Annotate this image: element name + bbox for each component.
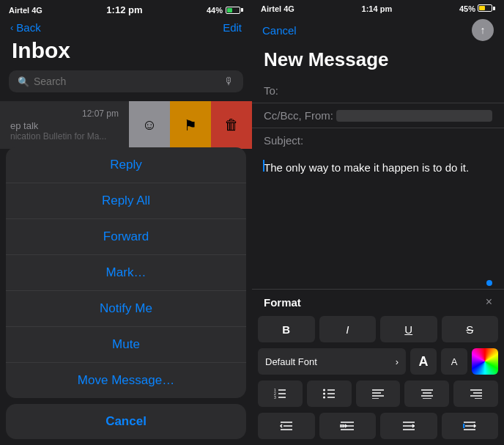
color-wheel-button[interactable] [472,348,498,375]
time-right: 1:14 pm [362,4,393,13]
to-label: To: [264,84,293,97]
compose-body[interactable]: The only way to make it happen is to do … [252,152,504,289]
email-row[interactable]: 12:07 pm ep talk nication Bulletin for M… [0,101,252,149]
action-forward[interactable]: Forward [6,219,246,255]
font-select-button[interactable]: Default Font › [258,348,406,375]
quote-decrease-button[interactable] [380,413,437,439]
format-header: Format × [252,290,504,313]
to-field[interactable]: To: [252,78,504,103]
battery-pct-left: 44% [207,6,223,15]
action-cancel[interactable]: Cancel [6,404,246,439]
cursor-bottom [486,280,492,286]
underline-button[interactable]: U [380,316,437,342]
swipe-emoji-button[interactable]: ☺ [129,101,170,149]
align-right-button[interactable] [453,380,498,407]
indent-increase-button[interactable] [319,413,377,439]
svg-point-9 [323,389,325,391]
search-input[interactable] [34,76,220,87]
bold-button[interactable]: B [258,316,315,342]
action-reply-all[interactable]: Reply All [6,183,246,219]
battery-pct-right: 45% [459,4,475,13]
format-label: Format [264,296,301,309]
email-sender: ep talk [10,120,119,131]
swipe-trash-button[interactable]: 🗑 [211,101,252,149]
status-bar-right: Airtel 4G 1:14 pm 45% [252,0,504,16]
search-icon: 🔍 [18,76,29,87]
compose-nav: Cancel ↑ [252,16,504,45]
carrier-left: Airtel 4G [9,6,42,15]
chevron-right-icon: › [396,356,399,367]
action-mute[interactable]: Mute [6,327,246,363]
email-time: 12:07 pm [10,109,119,119]
cursor-top [263,160,264,172]
nav-bar-left: ‹ Back Edit [0,18,252,38]
edit-button-left[interactable]: Edit [223,21,242,34]
unordered-list-button[interactable] [307,380,352,407]
mic-icon: 🎙 [224,76,234,87]
action-mark[interactable]: Mark… [6,255,246,291]
cc-bcc-field[interactable]: Cc/Bcc, From: [252,103,504,128]
carrier-right: Airtel 4G [261,4,294,13]
battery-icon-left [226,7,243,14]
back-label-left: Back [16,21,40,34]
format-font-row: Default Font › A A [252,345,504,378]
strikethrough-button[interactable]: S [442,316,499,342]
search-bar[interactable]: 🔍 🎙 [9,70,243,92]
indent-decrease-button[interactable] [258,413,315,439]
cancel-button[interactable]: Cancel [262,24,297,37]
subject-label: Subject: [264,134,303,147]
subject-field[interactable]: Subject: [252,128,504,152]
battery-area-left: 44% [207,6,243,15]
email-swipe-actions: ☺ ⚑ 🗑 [129,101,252,149]
format-toolbar: Format × B I U S Default Font › A A [252,289,504,445]
format-extra-row [252,410,504,445]
action-reply[interactable]: Reply [6,147,246,183]
action-move-message[interactable]: Move Message… [6,363,246,398]
right-panel: Airtel 4G 1:14 pm 45% Cancel ↑ New Messa… [252,0,504,445]
battery-area-right: 45% [459,4,495,13]
format-align-row: 1 2 3 [252,378,504,410]
font-small-button[interactable]: A [441,348,467,375]
swipe-flag-button[interactable]: ⚑ [170,101,211,149]
email-preview: nication Bulletin for Ma... [10,131,119,141]
cc-label: Cc/Bcc, From: [264,109,333,122]
svg-text:3: 3 [274,395,276,400]
left-panel: Airtel 4G 1:12 pm 44% ‹ Back Edit Inbox … [0,0,252,445]
italic-button[interactable]: I [319,316,377,342]
svg-point-10 [323,393,325,395]
svg-point-11 [323,397,325,399]
inbox-title: Inbox [0,38,252,70]
back-button-left[interactable]: ‹ Back [10,21,41,34]
battery-icon-right [478,4,495,12]
align-center-button[interactable] [404,380,449,407]
align-left-button[interactable] [356,380,401,407]
email-content: 12:07 pm ep talk nication Bulletin for M… [0,101,129,149]
action-sheet-main: Reply Reply All Forward Mark… Notify Me … [6,147,246,398]
quote-increase-button[interactable] [442,413,499,439]
compose-title: New Message [252,45,504,78]
format-style-row: B I U S [252,313,504,345]
action-notify-me[interactable]: Notify Me [6,291,246,327]
time-left: 1:12 pm [106,4,142,15]
cc-value [336,110,492,122]
font-large-button[interactable]: A [410,348,437,375]
ordered-list-button[interactable]: 1 2 3 [258,380,303,407]
action-sheet: Reply Reply All Forward Mark… Notify Me … [0,147,252,445]
send-button[interactable]: ↑ [472,19,494,41]
format-close-button[interactable]: × [486,295,492,309]
font-name: Default Font [265,356,317,367]
body-text: The only way to make it happen is to do … [264,160,492,175]
status-bar-left: Airtel 4G 1:12 pm 44% [0,0,252,18]
